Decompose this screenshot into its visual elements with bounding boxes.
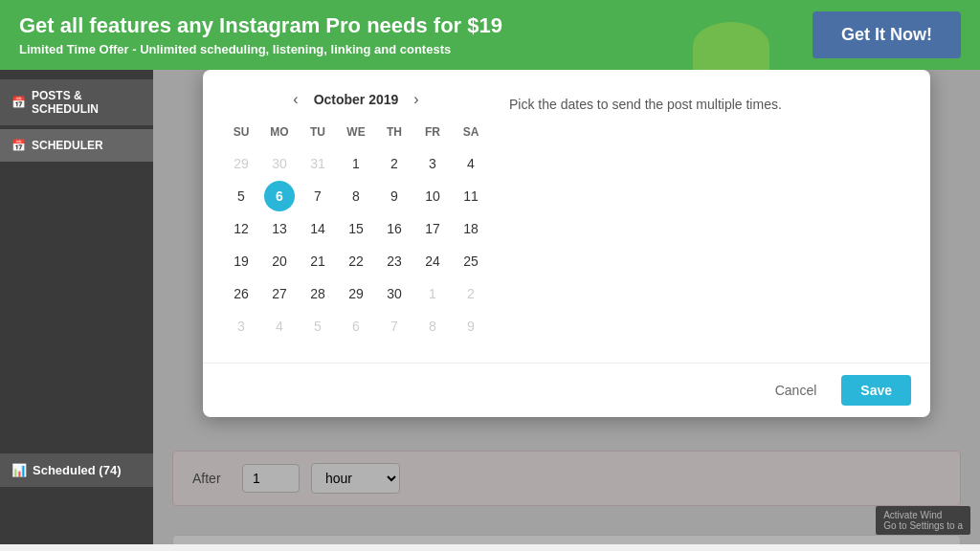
banner-decoration (693, 22, 769, 70)
calendar-row-1: 567891011 (222, 181, 490, 211)
banner-text-block: Get all features any Instagram Pro needs… (19, 13, 502, 56)
calendar-nav: ‹ October 2019 › (222, 89, 490, 110)
modal-overlay: ‹ October 2019 › SU MO TU WE TH (153, 70, 980, 544)
calendar-cell-5-4[interactable]: 7 (379, 311, 410, 342)
col-fr: FR (413, 121, 452, 143)
pick-dates-text: Pick the dates to send the post multiple… (509, 97, 911, 112)
calendar-cell-1-5[interactable]: 10 (417, 181, 448, 211)
calendar-row-0: 2930311234 (222, 148, 490, 179)
col-tu: TU (299, 121, 337, 143)
calendar-cell-5-1[interactable]: 4 (264, 311, 295, 342)
col-we: WE (337, 121, 375, 143)
calendar-row-3: 19202122232425 (222, 246, 490, 276)
prev-month-button[interactable]: ‹ (287, 89, 303, 110)
calendar-rows-container: 2930311234567891011121314151617181920212… (222, 148, 490, 342)
calendar-row-4: 262728293012 (222, 278, 490, 309)
calendar-cell-2-0[interactable]: 12 (226, 213, 256, 244)
modal-footer: Cancel Save (203, 363, 930, 417)
calendar-cell-3-3[interactable]: 22 (341, 246, 371, 276)
calendar-cell-4-0[interactable]: 26 (226, 278, 256, 309)
calendar-cell-4-6[interactable]: 2 (456, 278, 486, 309)
sidebar: 📅 POSTS & SCHEDULIN 📅 SCHEDULER 📊 Schedu… (0, 70, 153, 544)
calendar-cell-5-6[interactable]: 9 (456, 311, 486, 342)
calendar-icon: 📅 (11, 96, 26, 109)
calendar-cell-3-5[interactable]: 24 (417, 246, 448, 276)
calendar-cell-1-2[interactable]: 7 (302, 181, 333, 211)
next-month-button[interactable]: › (408, 89, 424, 110)
banner-title: Get all features any Instagram Pro needs… (19, 13, 502, 38)
banner-subtitle: Limited Time Offer - Unlimited schedulin… (19, 42, 502, 56)
calendar-cell-3-2[interactable]: 21 (302, 246, 333, 276)
calendar-cell-0-0[interactable]: 29 (226, 148, 256, 179)
sidebar-item-scheduled[interactable]: 📊 Scheduled (74) (0, 453, 153, 487)
calendar-cell-1-1[interactable]: 6 (264, 181, 295, 211)
col-su: SU (222, 121, 260, 143)
calendar-row-2: 12131415161718 (222, 213, 490, 244)
calendar-right: Pick the dates to send the post multiple… (509, 89, 911, 343)
posts-label: POSTS & SCHEDULIN (32, 89, 142, 116)
calendar-cell-2-1[interactable]: 13 (264, 213, 295, 244)
calendar-row-5: 3456789 (222, 311, 490, 342)
calendar-cell-2-5[interactable]: 17 (417, 213, 448, 244)
get-it-now-button[interactable]: Get It Now! (813, 11, 961, 58)
calendar-cell-1-0[interactable]: 5 (226, 181, 256, 211)
calendar-cell-4-5[interactable]: 1 (417, 278, 448, 309)
calendar-cell-2-4[interactable]: 16 (379, 213, 410, 244)
top-banner: Get all features any Instagram Pro needs… (0, 0, 980, 70)
main-area: 📅 POSTS & SCHEDULIN 📅 SCHEDULER 📊 Schedu… (0, 70, 980, 544)
save-button[interactable]: Save (841, 375, 911, 406)
content-area: ‹ October 2019 › SU MO TU WE TH (153, 70, 980, 544)
calendar-cell-4-2[interactable]: 28 (302, 278, 333, 309)
calendar-cell-5-5[interactable]: 8 (417, 311, 448, 342)
calendar-cell-1-3[interactable]: 8 (341, 181, 371, 211)
scheduler-icon: 📅 (11, 139, 26, 152)
col-sa: SA (452, 121, 490, 143)
scheduler-label: SCHEDULER (32, 139, 103, 152)
scheduled-label: Scheduled (74) (33, 463, 121, 477)
calendar-cell-3-1[interactable]: 20 (264, 246, 295, 276)
calendar-left: ‹ October 2019 › SU MO TU WE TH (222, 89, 490, 343)
calendar-cell-3-0[interactable]: 19 (226, 246, 256, 276)
calendar-cell-4-1[interactable]: 27 (264, 278, 295, 309)
calendar-cell-5-3[interactable]: 6 (341, 311, 371, 342)
calendar-content: ‹ October 2019 › SU MO TU WE TH (203, 70, 930, 363)
calendar-cell-2-3[interactable]: 15 (341, 213, 371, 244)
calendar-cell-0-1[interactable]: 30 (264, 148, 295, 179)
col-mo: MO (260, 121, 299, 143)
calendar-cell-2-2[interactable]: 14 (302, 213, 333, 244)
calendar-cell-5-0[interactable]: 3 (226, 311, 256, 342)
cancel-button[interactable]: Cancel (760, 375, 833, 406)
calendar-cell-4-3[interactable]: 29 (341, 278, 371, 309)
calendar-header-row: SU MO TU WE TH FR SA (222, 121, 490, 143)
calendar-cell-0-4[interactable]: 2 (379, 148, 410, 179)
calendar-month-label: October 2019 (314, 92, 399, 107)
calendar-modal: ‹ October 2019 › SU MO TU WE TH (203, 70, 930, 417)
col-th: TH (375, 121, 413, 143)
calendar-cell-2-6[interactable]: 18 (456, 213, 486, 244)
calendar-cell-3-4[interactable]: 23 (379, 246, 410, 276)
calendar-cell-0-5[interactable]: 3 (417, 148, 448, 179)
calendar-cell-0-2[interactable]: 31 (302, 148, 333, 179)
calendar-cell-4-4[interactable]: 30 (379, 278, 410, 309)
calendar-cell-0-6[interactable]: 4 (456, 148, 486, 179)
calendar-cell-0-3[interactable]: 1 (341, 148, 371, 179)
calendar-cell-3-6[interactable]: 25 (456, 246, 486, 276)
calendar-cell-1-6[interactable]: 11 (456, 181, 486, 211)
sidebar-item-posts[interactable]: 📅 POSTS & SCHEDULIN (0, 79, 153, 125)
calendar-cell-5-2[interactable]: 5 (302, 311, 333, 342)
calendar-grid: SU MO TU WE TH FR SA 2930311234567891011… (222, 121, 490, 342)
calendar-cell-1-4[interactable]: 9 (379, 181, 410, 211)
sidebar-item-scheduler[interactable]: 📅 SCHEDULER (0, 129, 153, 162)
chart-icon: 📊 (11, 463, 27, 477)
